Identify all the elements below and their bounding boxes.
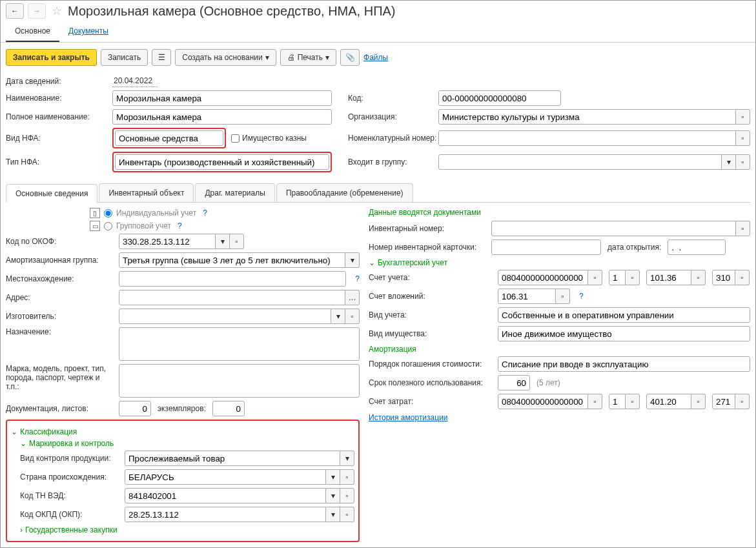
country-input[interactable] [125,469,326,485]
acc-sub2-input[interactable] [646,270,691,285]
invacc-input[interactable] [498,289,556,304]
help-icon[interactable]: ? [355,274,360,283]
fullname-input[interactable] [112,109,332,125]
goszakup-toggle[interactable]: ›Государственные закупки [20,525,354,534]
list-icon-button[interactable]: ☰ [152,49,171,66]
group-dropdown-button[interactable]: ▾ [722,154,736,170]
org-open-button[interactable]: ▫ [736,109,750,125]
date-label: Дата сведений: [6,77,112,86]
acc-sub2-open-button[interactable]: ▫ [691,270,706,285]
tnved-open-button[interactable]: ▫ [340,488,354,503]
cost-sub3-input[interactable] [712,394,735,409]
name-input[interactable] [112,90,332,106]
address-edit-button[interactable]: … [345,290,360,305]
amortgrp-dropdown-button[interactable]: ▾ [345,252,360,268]
opendate-input[interactable] [668,239,726,255]
nav-tab-documents[interactable]: Документы [59,21,117,42]
paperclip-icon [345,53,355,62]
okof-input[interactable] [119,234,216,249]
invacc-open-button[interactable]: ▫ [556,289,570,304]
nfa-type-input[interactable] [115,154,329,170]
nomnum-input[interactable] [438,130,736,146]
nomnum-open-button[interactable]: ▫ [736,130,750,146]
costacc-input[interactable] [498,394,588,409]
cost-sub1-input[interactable] [609,394,626,409]
cost-sub1-open-button[interactable]: ▫ [626,394,640,409]
maker-input[interactable] [119,309,331,324]
acc-sub3-open-button[interactable]: ▫ [735,270,750,285]
control-kind-label: Вид контроля продукции: [20,454,118,463]
copies-input[interactable] [212,401,245,416]
tab-main-info[interactable]: Основные сведения [6,184,97,203]
help-icon[interactable]: ? [178,221,182,230]
nav-tab-main[interactable]: Основное [6,21,59,42]
okpd-input[interactable] [125,507,326,522]
nav-back-button[interactable]: ← [6,3,24,19]
invnum-input[interactable] [491,221,736,236]
help-icon[interactable]: ? [203,208,207,218]
maker-dropdown-button[interactable]: ▾ [331,309,345,324]
group-open-button[interactable]: ▫ [736,154,750,170]
favorite-star-icon[interactable]: ☆ [50,4,64,18]
acckind-input[interactable] [498,307,750,323]
country-open-button[interactable]: ▫ [340,469,354,485]
cardnum-input[interactable] [491,239,601,255]
acc-sub3-input[interactable] [712,270,735,285]
code-input[interactable] [438,90,561,106]
marking-toggle[interactable]: ⌄Маркировка и контроль [20,439,354,448]
group-radio[interactable] [104,222,112,230]
org-input[interactable] [438,109,736,125]
classification-toggle[interactable]: ⌄Классификация [11,427,354,436]
individual-radio[interactable] [104,209,112,218]
docs-input[interactable] [119,401,151,416]
tnved-dropdown-button[interactable]: ▾ [326,488,340,503]
acc-open-button[interactable]: ▫ [588,270,602,285]
create-from-button[interactable]: Создать на основании ▾ [175,49,276,66]
print-button[interactable]: 🖨 Печать ▾ [280,49,336,66]
nav-forward-button[interactable]: → [28,3,46,19]
single-item-icon: ▯ [90,208,100,218]
address-input[interactable] [119,290,345,305]
cost-sub3-open-button[interactable]: ▫ [735,394,750,409]
acc-sub1-open-button[interactable]: ▫ [626,270,640,285]
control-kind-input[interactable] [125,451,340,466]
files-link[interactable]: Файлы [363,53,388,62]
acc-input[interactable] [498,270,588,285]
life-input[interactable] [498,375,530,391]
okpd-open-button[interactable]: ▫ [340,507,354,522]
costacc-open-button[interactable]: ▫ [588,394,602,409]
date-value[interactable]: 20.04.2022 [112,75,158,87]
amortgrp-input[interactable] [119,252,345,268]
okof-dropdown-button[interactable]: ▾ [216,234,230,249]
country-dropdown-button[interactable]: ▾ [326,469,340,485]
maker-open-button[interactable]: ▫ [345,309,360,324]
okof-open-button[interactable]: ▫ [230,234,244,249]
help-icon[interactable]: ? [579,292,584,301]
acc-sub1-input[interactable] [609,270,626,285]
amort-history-link[interactable]: История амортизации [369,413,448,422]
buh-toggle[interactable]: ⌄Бухгалтерский учет [369,258,750,267]
tab-inventory-object[interactable]: Инвентарный объект [99,183,194,202]
save-and-close-button[interactable]: Записать и закрыть [6,49,97,66]
treasury-checkbox[interactable] [231,134,240,143]
location-input[interactable] [119,271,346,287]
tnved-input[interactable] [125,488,326,503]
nfa-kind-input[interactable] [115,130,223,146]
cardnum-label: Номер инвентарной карточки: [369,243,485,252]
repay-input[interactable] [498,356,750,372]
control-kind-dropdown-button[interactable]: ▾ [340,451,354,466]
acc-label: Счет учета: [369,273,491,282]
model-textarea[interactable] [119,364,360,398]
cost-sub2-open-button[interactable]: ▫ [691,394,706,409]
cost-sub2-input[interactable] [646,394,691,409]
group-input[interactable] [438,154,722,170]
purpose-textarea[interactable] [119,327,360,361]
costacc-label: Счет затрат: [369,397,491,406]
invnum-open-button[interactable]: ▫ [736,221,750,236]
tab-rights[interactable]: Правообладание (обременение) [276,183,413,202]
okpd-dropdown-button[interactable]: ▾ [326,507,340,522]
propkind-input[interactable] [498,326,750,341]
attach-button[interactable] [340,49,360,66]
tab-precious-materials[interactable]: Драг. материалы [195,183,274,202]
save-button[interactable]: Записать [101,49,148,66]
